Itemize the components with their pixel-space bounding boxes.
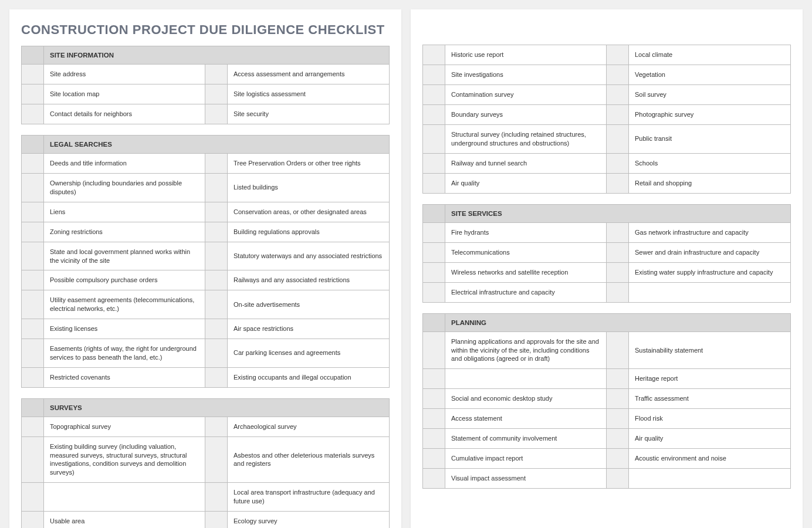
item-label: Wireless networks and satellite receptio…	[445, 263, 607, 282]
checkbox-cell[interactable]	[22, 417, 44, 436]
item-label: Public transit	[629, 125, 790, 153]
table-row: Visual impact assessment	[422, 469, 791, 489]
section-header: SITE SERVICES	[422, 204, 791, 223]
checkbox-cell[interactable]	[607, 369, 629, 388]
item-label: Access assessment and arrangements	[228, 65, 389, 84]
item-label: Ownership (including boundaries and poss…	[44, 174, 205, 202]
section-surveys: SURVEYS Topographical surveyArchaeologic…	[21, 398, 390, 528]
checkbox-cell[interactable]	[423, 223, 445, 242]
checkbox-cell[interactable]	[205, 65, 228, 84]
page-1: CONSTRUCTION PROJECT DUE DILIGENCE CHECK…	[9, 9, 401, 528]
item-label: Access statement	[445, 409, 607, 428]
checkbox-cell[interactable]	[607, 85, 629, 104]
checkbox-cell[interactable]	[423, 429, 445, 448]
checkbox-cell[interactable]	[423, 125, 445, 153]
checkbox-cell[interactable]	[423, 369, 445, 388]
checkbox-cell[interactable]	[423, 243, 445, 262]
checkbox-cell[interactable]	[607, 243, 629, 262]
checkbox-cell[interactable]	[607, 469, 629, 488]
checkbox-cell[interactable]	[22, 368, 44, 387]
item-label: Statement of community involvement	[445, 429, 607, 448]
checkbox-cell[interactable]	[22, 512, 44, 528]
table-row: TelecommunicationsSewer and drain infras…	[422, 243, 791, 263]
item-label: Schools	[629, 154, 790, 173]
checkbox-cell[interactable]	[423, 174, 445, 193]
checkbox-cell[interactable]	[607, 45, 629, 65]
item-label: Easements (rights of way, the right for …	[44, 339, 205, 367]
checkbox-cell[interactable]	[423, 154, 445, 173]
table-row: Railway and tunnel searchSchools	[422, 154, 791, 174]
checkbox-cell[interactable]	[205, 368, 228, 387]
checkbox-cell[interactable]	[205, 242, 228, 270]
checkbox-cell[interactable]	[205, 417, 228, 436]
checkbox-cell[interactable]	[607, 409, 629, 428]
checkbox-cell[interactable]	[607, 449, 629, 468]
table-row: State and local government planned works…	[21, 242, 390, 271]
checkbox-cell[interactable]	[607, 429, 629, 448]
checkbox-cell[interactable]	[607, 223, 629, 242]
checkbox-cell[interactable]	[205, 154, 228, 173]
checkbox-cell[interactable]	[205, 84, 228, 104]
checkbox-cell[interactable]	[205, 202, 228, 222]
item-label: Railways and any associated restrictions	[228, 270, 389, 290]
checkbox-cell[interactable]	[423, 85, 445, 104]
checkbox-cell[interactable]	[423, 449, 445, 468]
checkbox-cell[interactable]	[22, 483, 44, 511]
checkbox-cell[interactable]	[423, 65, 445, 84]
checkbox-cell[interactable]	[22, 290, 44, 319]
table-row: Existing licensesAir space restrictions	[21, 319, 390, 339]
checkbox-cell[interactable]	[423, 45, 445, 65]
checkbox-cell[interactable]	[205, 290, 228, 319]
checkbox-cell[interactable]	[22, 222, 44, 242]
table-row: Site location mapSite logistics assessme…	[21, 84, 390, 104]
item-label: Boundary surveys	[445, 105, 607, 124]
table-row: Electrical infrastructure and capacity	[422, 283, 791, 303]
item-label: Cumulative impact report	[445, 449, 607, 468]
checkbox-cell[interactable]	[423, 283, 445, 302]
checkbox-cell[interactable]	[22, 242, 44, 270]
checkbox-cell[interactable]	[22, 154, 44, 173]
table-row: Topographical surveyArchaeological surve…	[21, 417, 390, 437]
section-header: LEGAL SEARCHES	[21, 135, 390, 154]
checkbox-cell[interactable]	[205, 270, 228, 290]
checkbox-cell[interactable]	[423, 263, 445, 282]
checkbox-cell[interactable]	[22, 104, 44, 124]
item-label: Local climate	[629, 45, 790, 65]
checkbox-cell[interactable]	[22, 339, 44, 367]
checkbox-cell[interactable]	[205, 319, 228, 339]
item-label	[629, 469, 790, 488]
checkbox-cell[interactable]	[205, 437, 228, 482]
checkbox-cell[interactable]	[423, 332, 445, 369]
table-row: LiensConservation areas, or other design…	[21, 202, 390, 222]
checkbox-cell[interactable]	[607, 65, 629, 84]
checkbox-cell[interactable]	[607, 125, 629, 153]
checkbox-cell[interactable]	[607, 263, 629, 282]
checkbox-cell[interactable]	[423, 389, 445, 408]
checkbox-cell[interactable]	[423, 469, 445, 488]
checkbox-cell[interactable]	[22, 174, 44, 202]
checkbox-cell[interactable]	[607, 332, 629, 369]
checkbox-cell[interactable]	[205, 104, 228, 124]
checkbox-cell[interactable]	[22, 84, 44, 104]
checkbox-cell[interactable]	[205, 174, 228, 202]
checkbox-cell[interactable]	[607, 389, 629, 408]
checkbox-cell[interactable]	[423, 409, 445, 428]
checkbox-cell[interactable]	[607, 283, 629, 302]
table-row: Social and economic desktop studyTraffic…	[422, 389, 791, 409]
checkbox-cell[interactable]	[205, 483, 228, 511]
checkbox-cell[interactable]	[423, 105, 445, 124]
checkbox-cell[interactable]	[205, 512, 228, 528]
checkbox-cell[interactable]	[607, 174, 629, 193]
checkbox-cell[interactable]	[205, 339, 228, 367]
checkbox-cell[interactable]	[205, 222, 228, 242]
checkbox-cell[interactable]	[22, 319, 44, 339]
checkbox-cell[interactable]	[22, 270, 44, 290]
item-label: Traffic assessment	[629, 389, 790, 408]
item-label: Building regulations approvals	[228, 222, 389, 242]
checkbox-cell[interactable]	[22, 65, 44, 84]
checkbox-cell[interactable]	[22, 437, 44, 482]
checkbox-cell[interactable]	[22, 202, 44, 222]
table-row: Usable areaEcology survey	[21, 512, 390, 528]
checkbox-cell[interactable]	[607, 154, 629, 173]
checkbox-cell[interactable]	[607, 105, 629, 124]
